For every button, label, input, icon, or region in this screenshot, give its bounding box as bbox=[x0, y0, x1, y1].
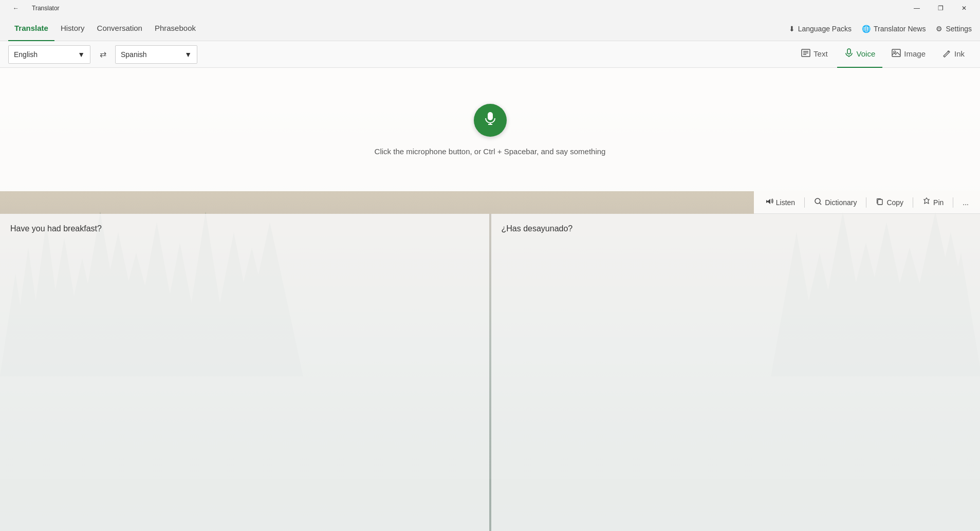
restore-button[interactable]: ❐ bbox=[929, 0, 952, 16]
svg-point-7 bbox=[894, 51, 896, 53]
mode-text[interactable]: Text bbox=[794, 41, 835, 68]
translated-text: ¿Has desayunado? bbox=[502, 224, 573, 233]
svg-rect-33 bbox=[488, 112, 493, 120]
svg-rect-4 bbox=[847, 49, 850, 54]
listen-icon bbox=[765, 197, 773, 207]
minimize-button[interactable]: — bbox=[905, 0, 929, 16]
toolbar-divider-4 bbox=[953, 197, 953, 208]
toolbar-divider-1 bbox=[804, 197, 805, 208]
pin-button[interactable]: Pin bbox=[917, 195, 949, 210]
ink-mode-icon bbox=[942, 48, 951, 59]
title-bar-controls: — ❐ ✕ bbox=[905, 0, 976, 16]
translator-news-label: Translator News bbox=[874, 25, 926, 33]
listen-label: Listen bbox=[776, 198, 795, 207]
more-label: ... bbox=[963, 198, 969, 207]
microphone-button[interactable] bbox=[474, 104, 507, 137]
listen-button[interactable]: Listen bbox=[760, 195, 800, 210]
lang-selectors: English ▼ ⇄ Spanish ▼ bbox=[8, 45, 197, 64]
mode-image[interactable]: Image bbox=[884, 41, 933, 68]
svg-rect-38 bbox=[878, 199, 882, 205]
source-language-label: English bbox=[14, 50, 38, 59]
source-panel[interactable]: Have you had breakfast? bbox=[0, 214, 489, 531]
tab-history[interactable]: History bbox=[54, 16, 91, 41]
toolbar-divider-3 bbox=[913, 197, 913, 208]
settings-label: Settings bbox=[946, 25, 972, 33]
language-packs-button[interactable]: ⬇ Language Packs bbox=[789, 25, 852, 33]
source-text: Have you had breakfast? bbox=[10, 224, 102, 233]
microphone-icon bbox=[483, 111, 497, 129]
text-mode-icon bbox=[801, 48, 810, 59]
svg-rect-6 bbox=[892, 49, 900, 57]
tab-conversation[interactable]: Conversation bbox=[91, 16, 149, 41]
close-button[interactable]: ✕ bbox=[952, 0, 976, 16]
gear-icon: ⚙ bbox=[936, 25, 942, 33]
back-button[interactable]: ← bbox=[4, 0, 28, 16]
swap-icon: ⇄ bbox=[100, 49, 106, 59]
image-mode-label: Image bbox=[904, 49, 926, 58]
dictionary-label: Dictionary bbox=[825, 198, 857, 207]
app-title: Translator bbox=[32, 5, 60, 12]
settings-button[interactable]: ⚙ Settings bbox=[936, 25, 972, 33]
more-button[interactable]: ... bbox=[957, 196, 974, 209]
title-bar: ← Translator — ❐ ✕ bbox=[0, 0, 980, 16]
language-packs-label: Language Packs bbox=[798, 25, 852, 33]
panels-container: Have you had breakfast? ¿Has desayunado? bbox=[0, 214, 980, 531]
dictionary-icon bbox=[814, 197, 822, 207]
swap-languages-button[interactable]: ⇄ bbox=[95, 46, 111, 63]
svg-line-37 bbox=[820, 203, 821, 205]
nav-right-items: ⬇ Language Packs 🌐 Translator News ⚙ Set… bbox=[789, 25, 972, 33]
target-chevron-icon: ▼ bbox=[184, 50, 192, 59]
tab-phrasebook[interactable]: Phrasebook bbox=[149, 16, 202, 41]
nav-tabs: Translate History Conversation Phraseboo… bbox=[8, 16, 202, 41]
text-mode-label: Text bbox=[813, 49, 828, 58]
nav-bar: Translate History Conversation Phraseboo… bbox=[0, 16, 980, 41]
copy-button[interactable]: Copy bbox=[871, 195, 909, 210]
translation-toolbar: Listen Dictionary Copy bbox=[754, 191, 980, 214]
translator-news-button[interactable]: 🌐 Translator News bbox=[862, 25, 926, 33]
dictionary-button[interactable]: Dictionary bbox=[809, 195, 862, 210]
copy-label: Copy bbox=[886, 198, 903, 207]
target-panel[interactable]: ¿Has desayunado? bbox=[491, 214, 981, 531]
mode-voice[interactable]: Voice bbox=[837, 41, 883, 68]
pin-label: Pin bbox=[933, 198, 944, 207]
mic-hint-text: Click the microphone button, or Ctrl + S… bbox=[375, 147, 606, 156]
copy-icon bbox=[876, 197, 884, 207]
target-language-select[interactable]: Spanish ▼ bbox=[115, 45, 197, 64]
lang-bar: English ▼ ⇄ Spanish ▼ Text bbox=[0, 41, 980, 68]
title-bar-left: ← Translator bbox=[4, 0, 60, 16]
svg-point-36 bbox=[815, 198, 820, 204]
voice-mode-label: Voice bbox=[857, 49, 876, 58]
source-chevron-icon: ▼ bbox=[78, 50, 85, 59]
target-language-label: Spanish bbox=[121, 50, 147, 59]
download-icon: ⬇ bbox=[789, 25, 795, 33]
main-content: Click the microphone button, or Ctrl + S… bbox=[0, 68, 980, 531]
source-language-select[interactable]: English ▼ bbox=[8, 45, 90, 64]
image-mode-icon bbox=[892, 48, 901, 59]
mode-tabs: Text Voice Image bbox=[794, 41, 972, 68]
voice-mode-icon bbox=[844, 48, 854, 59]
globe-icon: 🌐 bbox=[862, 25, 871, 33]
ink-mode-label: Ink bbox=[954, 49, 965, 58]
toolbar-divider-2 bbox=[866, 197, 866, 208]
mode-ink[interactable]: Ink bbox=[935, 41, 972, 68]
recording-panel: Click the microphone button, or Ctrl + S… bbox=[0, 68, 980, 191]
pin-icon bbox=[922, 197, 931, 207]
tab-translate[interactable]: Translate bbox=[8, 16, 54, 41]
